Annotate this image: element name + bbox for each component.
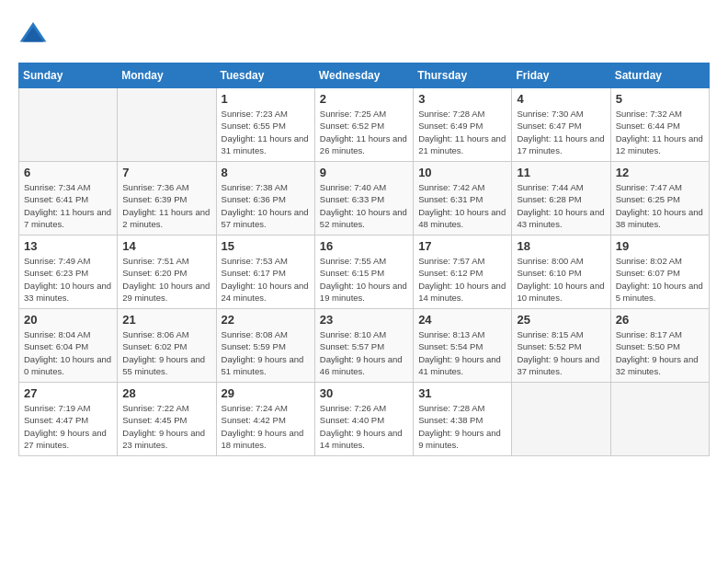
- calendar-cell: 27Sunrise: 7:19 AM Sunset: 4:47 PM Dayli…: [19, 383, 118, 456]
- day-number: 29: [222, 386, 310, 400]
- calendar-cell: 23Sunrise: 8:10 AM Sunset: 5:57 PM Dayli…: [314, 309, 413, 383]
- col-header-friday: Friday: [512, 63, 610, 88]
- col-header-saturday: Saturday: [610, 63, 709, 88]
- col-header-monday: Monday: [118, 63, 216, 88]
- day-number: 19: [616, 239, 704, 253]
- day-info: Sunrise: 7:44 AM Sunset: 6:28 PM Dayligh…: [517, 181, 605, 230]
- day-number: 10: [418, 166, 506, 179]
- day-number: 11: [517, 166, 605, 179]
- calendar-cell: 11Sunrise: 7:44 AM Sunset: 6:28 PM Dayli…: [512, 162, 610, 236]
- day-number: 7: [122, 166, 210, 179]
- day-number: 1: [222, 92, 310, 106]
- calendar-cell: 26Sunrise: 8:17 AM Sunset: 5:50 PM Dayli…: [610, 309, 709, 383]
- day-number: 17: [418, 239, 506, 253]
- day-number: 16: [320, 239, 408, 253]
- day-number: 24: [418, 313, 506, 327]
- day-number: 5: [616, 92, 704, 106]
- day-info: Sunrise: 7:34 AM Sunset: 6:41 PM Dayligh…: [24, 181, 112, 230]
- calendar-cell: 25Sunrise: 8:15 AM Sunset: 5:52 PM Dayli…: [512, 309, 610, 383]
- day-info: Sunrise: 7:40 AM Sunset: 6:33 PM Dayligh…: [320, 181, 408, 230]
- day-number: 3: [418, 92, 506, 106]
- calendar-cell: 18Sunrise: 8:00 AM Sunset: 6:10 PM Dayli…: [512, 236, 610, 309]
- calendar-cell: 21Sunrise: 8:06 AM Sunset: 6:02 PM Dayli…: [118, 309, 216, 383]
- logo-icon: [18, 18, 48, 48]
- day-number: 18: [517, 239, 605, 253]
- calendar-cell: 12Sunrise: 7:47 AM Sunset: 6:25 PM Dayli…: [610, 162, 709, 236]
- day-number: 4: [517, 92, 605, 106]
- calendar-cell: 29Sunrise: 7:24 AM Sunset: 4:42 PM Dayli…: [216, 383, 314, 456]
- day-info: Sunrise: 7:28 AM Sunset: 6:49 PM Dayligh…: [418, 108, 506, 156]
- calendar-cell: 17Sunrise: 7:57 AM Sunset: 6:12 PM Dayli…: [414, 236, 512, 309]
- calendar-cell: 8Sunrise: 7:38 AM Sunset: 6:36 PM Daylig…: [216, 162, 314, 236]
- day-info: Sunrise: 8:04 AM Sunset: 6:04 PM Dayligh…: [24, 328, 112, 377]
- calendar-cell: 3Sunrise: 7:28 AM Sunset: 6:49 PM Daylig…: [414, 88, 512, 162]
- day-info: Sunrise: 7:32 AM Sunset: 6:44 PM Dayligh…: [616, 108, 704, 156]
- day-info: Sunrise: 7:30 AM Sunset: 6:47 PM Dayligh…: [517, 108, 605, 156]
- col-header-tuesday: Tuesday: [216, 63, 314, 88]
- col-header-sunday: Sunday: [19, 63, 118, 88]
- day-number: 31: [418, 386, 506, 400]
- calendar-cell: 22Sunrise: 8:08 AM Sunset: 5:59 PM Dayli…: [216, 309, 314, 383]
- day-info: Sunrise: 7:42 AM Sunset: 6:31 PM Dayligh…: [418, 181, 506, 230]
- calendar-cell: 14Sunrise: 7:51 AM Sunset: 6:20 PM Dayli…: [118, 236, 216, 309]
- calendar-cell: 20Sunrise: 8:04 AM Sunset: 6:04 PM Dayli…: [19, 309, 118, 383]
- day-number: 30: [320, 386, 408, 400]
- day-info: Sunrise: 7:55 AM Sunset: 6:15 PM Dayligh…: [320, 255, 408, 304]
- calendar-cell: 28Sunrise: 7:22 AM Sunset: 4:45 PM Dayli…: [118, 383, 216, 456]
- calendar-cell: 30Sunrise: 7:26 AM Sunset: 4:40 PM Dayli…: [314, 383, 413, 456]
- calendar-week-row: 13Sunrise: 7:49 AM Sunset: 6:23 PM Dayli…: [19, 236, 710, 309]
- day-info: Sunrise: 8:15 AM Sunset: 5:52 PM Dayligh…: [517, 328, 605, 377]
- day-info: Sunrise: 7:38 AM Sunset: 6:36 PM Dayligh…: [222, 181, 310, 230]
- calendar-cell: 13Sunrise: 7:49 AM Sunset: 6:23 PM Dayli…: [19, 236, 118, 309]
- day-info: Sunrise: 7:25 AM Sunset: 6:52 PM Dayligh…: [320, 108, 408, 156]
- calendar-cell: 4Sunrise: 7:30 AM Sunset: 6:47 PM Daylig…: [512, 88, 610, 162]
- day-info: Sunrise: 7:49 AM Sunset: 6:23 PM Dayligh…: [24, 255, 112, 304]
- calendar-cell: 2Sunrise: 7:25 AM Sunset: 6:52 PM Daylig…: [314, 88, 413, 162]
- calendar-cell: 31Sunrise: 7:28 AM Sunset: 4:38 PM Dayli…: [414, 383, 512, 456]
- day-number: 8: [222, 166, 310, 179]
- day-number: 20: [24, 313, 112, 327]
- day-info: Sunrise: 8:06 AM Sunset: 6:02 PM Dayligh…: [122, 328, 210, 377]
- calendar-cell: 6Sunrise: 7:34 AM Sunset: 6:41 PM Daylig…: [19, 162, 118, 236]
- col-header-thursday: Thursday: [414, 63, 512, 88]
- day-info: Sunrise: 8:10 AM Sunset: 5:57 PM Dayligh…: [320, 328, 408, 377]
- day-number: 26: [616, 313, 704, 327]
- calendar-week-row: 6Sunrise: 7:34 AM Sunset: 6:41 PM Daylig…: [19, 162, 710, 236]
- day-info: Sunrise: 7:26 AM Sunset: 4:40 PM Dayligh…: [320, 402, 408, 451]
- calendar-cell: 15Sunrise: 7:53 AM Sunset: 6:17 PM Dayli…: [216, 236, 314, 309]
- calendar-cell: [512, 383, 610, 456]
- day-info: Sunrise: 8:02 AM Sunset: 6:07 PM Dayligh…: [616, 255, 704, 304]
- day-info: Sunrise: 7:47 AM Sunset: 6:25 PM Dayligh…: [616, 181, 704, 230]
- day-info: Sunrise: 7:22 AM Sunset: 4:45 PM Dayligh…: [122, 402, 210, 451]
- day-number: 22: [222, 313, 310, 327]
- logo: [18, 18, 51, 48]
- day-info: Sunrise: 7:24 AM Sunset: 4:42 PM Dayligh…: [222, 402, 310, 451]
- calendar-table: SundayMondayTuesdayWednesdayThursdayFrid…: [18, 63, 710, 456]
- calendar-cell: 24Sunrise: 8:13 AM Sunset: 5:54 PM Dayli…: [414, 309, 512, 383]
- calendar-cell: [19, 88, 118, 162]
- day-number: 27: [24, 386, 112, 400]
- day-info: Sunrise: 8:13 AM Sunset: 5:54 PM Dayligh…: [418, 328, 506, 377]
- day-number: 13: [24, 239, 112, 253]
- calendar-cell: 1Sunrise: 7:23 AM Sunset: 6:55 PM Daylig…: [216, 88, 314, 162]
- day-info: Sunrise: 8:00 AM Sunset: 6:10 PM Dayligh…: [517, 255, 605, 304]
- day-number: 9: [320, 166, 408, 179]
- calendar-week-row: 20Sunrise: 8:04 AM Sunset: 6:04 PM Dayli…: [19, 309, 710, 383]
- col-header-wednesday: Wednesday: [314, 63, 413, 88]
- day-number: 12: [616, 166, 704, 179]
- calendar-header-row: SundayMondayTuesdayWednesdayThursdayFrid…: [19, 63, 710, 88]
- day-info: Sunrise: 8:08 AM Sunset: 5:59 PM Dayligh…: [222, 328, 310, 377]
- calendar-cell: 16Sunrise: 7:55 AM Sunset: 6:15 PM Dayli…: [314, 236, 413, 309]
- day-number: 23: [320, 313, 408, 327]
- day-number: 14: [122, 239, 210, 253]
- calendar-cell: 7Sunrise: 7:36 AM Sunset: 6:39 PM Daylig…: [118, 162, 216, 236]
- calendar-cell: 9Sunrise: 7:40 AM Sunset: 6:33 PM Daylig…: [314, 162, 413, 236]
- calendar-cell: 5Sunrise: 7:32 AM Sunset: 6:44 PM Daylig…: [610, 88, 709, 162]
- day-info: Sunrise: 7:51 AM Sunset: 6:20 PM Dayligh…: [122, 255, 210, 304]
- day-info: Sunrise: 7:28 AM Sunset: 4:38 PM Dayligh…: [418, 402, 506, 451]
- day-info: Sunrise: 8:17 AM Sunset: 5:50 PM Dayligh…: [616, 328, 704, 377]
- day-number: 15: [222, 239, 310, 253]
- calendar-cell: [118, 88, 216, 162]
- calendar-week-row: 27Sunrise: 7:19 AM Sunset: 4:47 PM Dayli…: [19, 383, 710, 456]
- day-info: Sunrise: 7:36 AM Sunset: 6:39 PM Dayligh…: [122, 181, 210, 230]
